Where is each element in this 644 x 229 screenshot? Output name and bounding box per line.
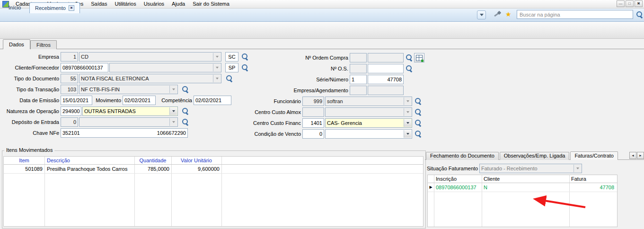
item-cell: 501089 bbox=[4, 165, 43, 173]
centro-custo-almox-code-field[interactable] bbox=[302, 107, 324, 117]
inscricao-cell: 08970866000137 bbox=[436, 184, 481, 191]
pin-icon[interactable] bbox=[493, 11, 501, 18]
centro-custo-financ-code-field[interactable]: 1401 bbox=[302, 118, 324, 128]
natureza-lookup-button[interactable] bbox=[181, 107, 190, 115]
tab-filtros[interactable]: Filtros bbox=[30, 40, 57, 49]
tab-dados[interactable]: Dados bbox=[3, 39, 30, 49]
combo-arrow-icon[interactable] bbox=[404, 130, 411, 138]
tab-recebimento-label: Recebimento bbox=[35, 3, 66, 13]
os-label: Nº O.S. bbox=[265, 64, 348, 73]
centro-custo-financ-combo[interactable]: CAS- Gerencia bbox=[325, 118, 412, 128]
row-indicator-icon: ▶ bbox=[428, 184, 434, 191]
centro-custo-almox-lookup-button[interactable] bbox=[414, 108, 423, 116]
combo-arrow-icon bbox=[404, 108, 411, 116]
menu-utilitarios[interactable]: Utilitários bbox=[111, 0, 140, 8]
empresa-uf-field[interactable]: SC bbox=[225, 52, 238, 62]
funcionario-combo[interactable]: softran bbox=[325, 97, 412, 106]
itens-col-valor[interactable]: Valor Unitário bbox=[171, 157, 221, 164]
tab-faturas-contrato[interactable]: Faturas/Contrato bbox=[570, 151, 618, 160]
menu-ajuda[interactable]: Ajuda bbox=[168, 0, 189, 8]
menu-saidas[interactable]: Saídas bbox=[87, 0, 111, 8]
tipo-documento-code-field[interactable]: 55 bbox=[61, 74, 78, 83]
combo-arrow-icon[interactable] bbox=[404, 119, 411, 127]
tab-close-icon[interactable]: ✖ bbox=[69, 5, 74, 11]
cliente-label: Cliente/Fornecedor bbox=[0, 63, 59, 72]
cliente-code-field[interactable]: 08970866000137 bbox=[61, 63, 108, 72]
competencia-field[interactable]: 02/02/2021 bbox=[194, 96, 231, 105]
tab-recebimento[interactable]: Recebimento ✖ bbox=[29, 2, 80, 13]
itens-grid[interactable]: Item Descrição Quantidade Valor Unitário… bbox=[3, 156, 423, 227]
deposito-lookup-button[interactable] bbox=[181, 118, 190, 126]
empresa-code-field[interactable]: 1 bbox=[61, 52, 78, 62]
os-field1[interactable] bbox=[350, 64, 367, 73]
empresa-agendamento-field2[interactable] bbox=[368, 86, 404, 95]
valor-unitario-cell: 9,600000 bbox=[171, 165, 220, 173]
centro-custo-financ-lookup-button[interactable] bbox=[414, 119, 423, 127]
cliente-lookup-button[interactable] bbox=[241, 63, 249, 72]
empresa-lookup-button[interactable] bbox=[241, 53, 249, 61]
natureza-code-field[interactable]: 294900 bbox=[61, 106, 81, 116]
combo-arrow-icon[interactable] bbox=[169, 107, 177, 115]
condicao-vencto-combo[interactable] bbox=[325, 129, 412, 139]
tab-observacoes-emp-ligada[interactable]: Observações/Emp. Ligada bbox=[500, 152, 570, 160]
tipo-documento-label: Tipo do Documento bbox=[0, 74, 59, 83]
faturas-col-cliente[interactable]: Cliente bbox=[484, 175, 568, 183]
centro-custo-almox-combo[interactable] bbox=[325, 107, 412, 117]
itens-col-quantidade[interactable]: Quantidade bbox=[134, 157, 171, 164]
cliente-cell: N bbox=[484, 184, 568, 191]
numero-field[interactable]: 47708 bbox=[368, 75, 404, 84]
chave-nfe-field[interactable]: 352101 1066672290 bbox=[61, 128, 188, 138]
deposito-label: Depósito de Entrada bbox=[0, 117, 59, 127]
itens-col-descricao[interactable]: Descrição bbox=[47, 157, 132, 164]
cliente-uf-field[interactable]: SP bbox=[225, 63, 238, 72]
condicao-vencto-code-field[interactable]: 0 bbox=[302, 129, 324, 139]
ordem-compra-field1[interactable] bbox=[350, 53, 367, 62]
cliente-name-combo[interactable] bbox=[109, 63, 221, 72]
tipo-documento-lookup-button[interactable] bbox=[225, 74, 234, 83]
menu-sair[interactable]: Sair do Sistema bbox=[189, 0, 233, 8]
chevron-down-icon bbox=[480, 14, 484, 16]
search-icon[interactable] bbox=[635, 10, 644, 19]
funcionario-code-field[interactable]: 999 bbox=[302, 97, 324, 106]
tabs-scroll-right-button[interactable]: ► bbox=[637, 152, 644, 159]
situacao-faturamento-combo[interactable]: Faturado - Recebimento bbox=[479, 164, 582, 173]
tipo-transacao-combo[interactable]: NF CTB-FIS-FIN bbox=[79, 85, 178, 94]
empresa-name-combo[interactable]: CD bbox=[79, 52, 221, 62]
funcionario-label: Funcionário bbox=[227, 97, 301, 106]
tipo-transacao-lookup-button[interactable] bbox=[181, 85, 190, 94]
ordem-compra-lookup-button[interactable] bbox=[405, 53, 414, 62]
natureza-combo[interactable]: OUTRAS ENTRADAS bbox=[82, 106, 178, 116]
os-lookup-button[interactable] bbox=[405, 64, 414, 73]
data-emissao-field[interactable]: 15/01/2021 bbox=[61, 96, 92, 105]
faturas-col-inscricao[interactable]: Inscrição bbox=[436, 175, 481, 183]
tipo-documento-combo[interactable]: NOTA FISCAL ELETRONICA bbox=[79, 74, 221, 83]
combo-arrow-icon bbox=[213, 53, 221, 61]
menu-usuarios[interactable]: Usuários bbox=[140, 0, 168, 8]
tab-fechamento-documento[interactable]: Fechamento do Documento bbox=[426, 152, 499, 160]
deposito-code-field[interactable]: 0 bbox=[61, 117, 78, 127]
funcionario-lookup-button[interactable] bbox=[414, 97, 423, 106]
competencia-label: Competência bbox=[157, 96, 192, 105]
table-icon bbox=[416, 55, 423, 61]
ordem-compra-field2[interactable] bbox=[368, 53, 404, 62]
tab-list-dropdown-button[interactable] bbox=[477, 10, 486, 19]
faturas-col-fatura[interactable]: Fatura bbox=[571, 175, 616, 183]
faturas-grid[interactable]: Inscrição Cliente Fatura ▶ 0897086600013… bbox=[427, 175, 618, 227]
movimento-field[interactable]: 02/02/2021 bbox=[123, 96, 156, 105]
search-input[interactable] bbox=[517, 10, 633, 19]
natureza-label: Natureza de Operação bbox=[0, 106, 59, 116]
serie-field[interactable]: 1 bbox=[350, 75, 367, 84]
minimize-icon[interactable]: — bbox=[617, 0, 625, 7]
empresa-agendamento-field1[interactable] bbox=[350, 86, 367, 95]
deposito-combo[interactable] bbox=[79, 117, 178, 127]
tipo-transacao-code-field[interactable]: 103 bbox=[61, 85, 78, 94]
os-field2[interactable] bbox=[368, 64, 404, 73]
itens-col-item[interactable]: Item bbox=[4, 157, 44, 164]
maximize-icon[interactable]: □ bbox=[626, 0, 634, 7]
tabs-scroll-left-button[interactable]: ◄ bbox=[629, 152, 636, 159]
app-icon[interactable] bbox=[2, 1, 9, 8]
favorites-star-icon[interactable]: ★ bbox=[505, 10, 512, 18]
condicao-vencto-lookup-button[interactable] bbox=[414, 130, 423, 138]
ordem-compra-grid-button[interactable] bbox=[414, 53, 424, 62]
close-icon[interactable]: ✖ bbox=[635, 0, 643, 7]
